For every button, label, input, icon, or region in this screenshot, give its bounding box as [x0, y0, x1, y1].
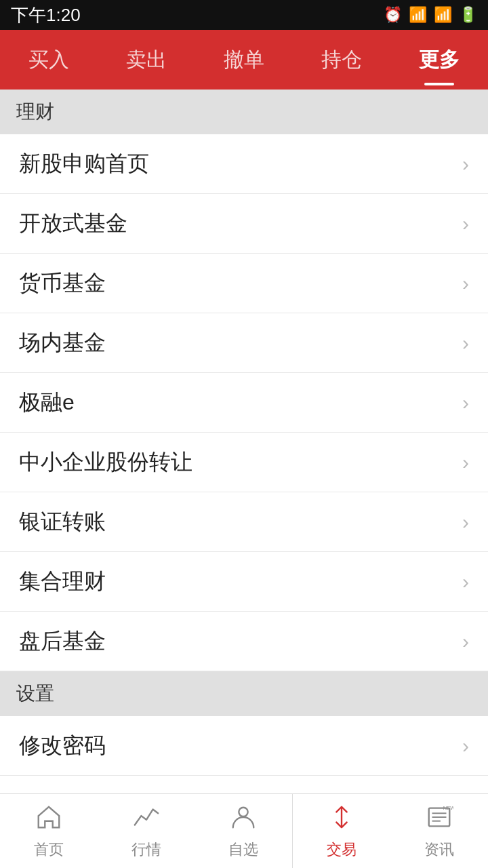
list-item-new-stock[interactable]: 新股申购首页 › — [0, 134, 488, 194]
tab-more[interactable]: 更多 — [390, 30, 488, 90]
alarm-icon: ⏰ — [384, 6, 402, 24]
section-header-settings: 设置 — [0, 671, 488, 716]
section-header-licai: 理财 — [0, 90, 488, 134]
bottom-tab-news[interactable]: NEWS 资讯 — [390, 794, 488, 868]
chevron-icon: › — [462, 570, 469, 593]
list-item-label: 开放式基金 — [19, 209, 127, 239]
trade-icon — [327, 803, 356, 835]
list-item-bank-transfer[interactable]: 银证转账 › — [0, 492, 488, 552]
list-item-collective-wealth[interactable]: 集合理财 › — [0, 552, 488, 612]
person-icon — [229, 803, 258, 835]
list-item-label: 修改密码 — [19, 731, 106, 761]
tab-position[interactable]: 持仓 — [293, 30, 390, 90]
news-icon: NEWS — [425, 803, 453, 835]
chevron-icon: › — [462, 332, 469, 355]
status-bar: 下午1:20 ⏰ 📶 📶 🔋 — [0, 0, 488, 30]
chevron-icon: › — [462, 153, 469, 176]
tab-cancel[interactable]: 撤单 — [195, 30, 293, 90]
home-icon — [35, 803, 63, 835]
tab-buy[interactable]: 买入 — [0, 30, 98, 90]
list-item-sme-transfer[interactable]: 中小企业股份转让 › — [0, 433, 488, 492]
bottom-tab-market[interactable]: 行情 — [98, 794, 195, 868]
list-item-change-password[interactable]: 修改密码 › — [0, 716, 488, 776]
status-time: 下午1:20 — [11, 3, 81, 27]
list-item-label: 中小企业股份转让 — [19, 448, 192, 477]
chevron-icon: › — [462, 212, 469, 235]
signal-icon: 📶 — [434, 6, 452, 24]
svg-point-0 — [239, 807, 248, 816]
list-item-label: 货币基金 — [19, 269, 106, 298]
top-nav: 买入 卖出 撤单 持仓 更多 — [0, 30, 488, 90]
chevron-icon: › — [462, 511, 469, 534]
list-item-open-fund[interactable]: 开放式基金 › — [0, 194, 488, 254]
bottom-tab-home-label: 首页 — [34, 840, 64, 860]
list-item-label: 集合理财 — [19, 567, 106, 597]
bottom-tab-watchlist[interactable]: 自选 — [195, 794, 293, 868]
content-area: 理财 新股申购首页 › 开放式基金 › 货币基金 › 场内基金 › 极融e › … — [0, 90, 488, 868]
list-item-money-fund[interactable]: 货币基金 › — [0, 254, 488, 313]
bottom-tab-trade-label: 交易 — [327, 840, 357, 860]
bottom-tab-watchlist-label: 自选 — [228, 840, 258, 860]
bottom-bar: 首页 行情 自选 交易 — [0, 793, 488, 868]
list-item-label: 极融e — [19, 388, 75, 418]
bottom-tab-market-label: 行情 — [131, 840, 161, 860]
list-item-label: 新股申购首页 — [19, 149, 149, 179]
chevron-icon: › — [462, 734, 469, 757]
list-item-jirong[interactable]: 极融e › — [0, 373, 488, 433]
list-item-label: 银证转账 — [19, 507, 106, 537]
svg-text:NEWS: NEWS — [443, 804, 453, 810]
list-item-label: 盘后基金 — [19, 627, 106, 656]
bottom-tab-home[interactable]: 首页 — [0, 794, 98, 868]
status-icons: ⏰ 📶 📶 🔋 — [384, 6, 477, 24]
battery-icon: 🔋 — [459, 6, 477, 24]
chevron-icon: › — [462, 630, 469, 653]
chevron-icon: › — [462, 391, 469, 414]
list-item-exchange-fund[interactable]: 场内基金 › — [0, 313, 488, 373]
bottom-tab-trade[interactable]: 交易 — [292, 794, 390, 868]
bottom-tab-news-label: 资讯 — [424, 840, 454, 860]
chart-icon — [132, 803, 161, 835]
list-item-after-hours-fund[interactable]: 盘后基金 › — [0, 612, 488, 671]
wifi-icon: 📶 — [409, 6, 427, 24]
chevron-icon: › — [462, 451, 469, 474]
chevron-icon: › — [462, 272, 469, 295]
tab-sell[interactable]: 卖出 — [98, 30, 195, 90]
list-item-label: 场内基金 — [19, 328, 106, 358]
